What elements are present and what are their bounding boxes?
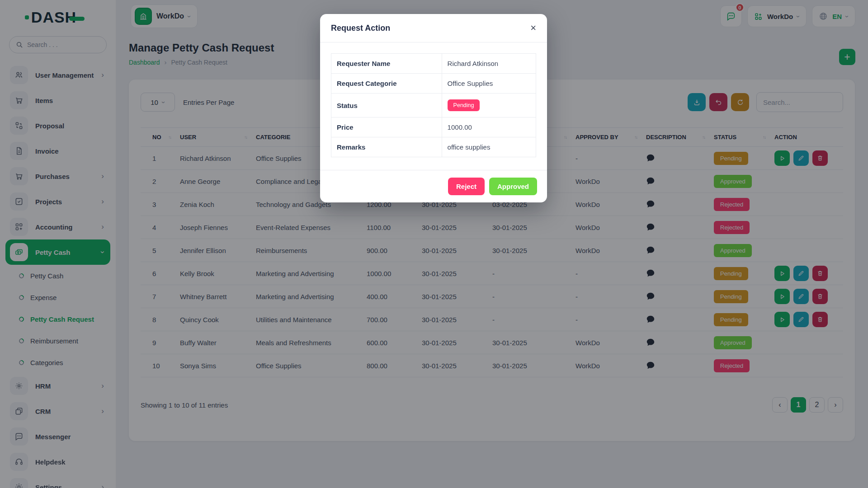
reject-button[interactable]: Reject bbox=[448, 178, 485, 195]
request-details-table: Requester Name Richard Atkinson Request … bbox=[331, 53, 536, 157]
request-action-modal: Request Action × Requester Name Richard … bbox=[320, 14, 547, 202]
modal-title: Request Action bbox=[331, 23, 390, 33]
remarks-value: office supplies bbox=[442, 137, 536, 157]
close-icon[interactable]: × bbox=[530, 23, 536, 33]
price-value: 1000.00 bbox=[442, 117, 536, 137]
status-badge: Pending bbox=[448, 99, 480, 111]
table-row: Price 1000.00 bbox=[331, 117, 536, 137]
request-categorie-value: Office Supplies bbox=[442, 74, 536, 94]
table-row: Request Categorie Office Supplies bbox=[331, 74, 536, 94]
requester-name-value: Richard Atkinson bbox=[442, 54, 536, 74]
table-row: Status Pending bbox=[331, 94, 536, 117]
approve-button[interactable]: Approved bbox=[489, 178, 537, 195]
table-row: Requester Name Richard Atkinson bbox=[331, 54, 536, 74]
table-row: Remarks office supplies bbox=[331, 137, 536, 157]
